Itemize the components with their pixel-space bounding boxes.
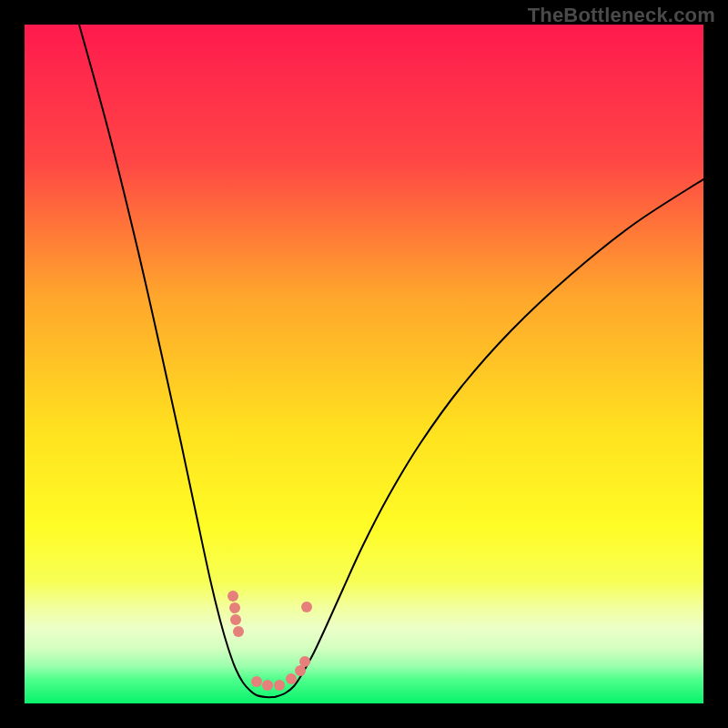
highlight-dot (274, 680, 285, 691)
highlight-dot (286, 673, 297, 684)
highlight-dots (228, 591, 312, 691)
highlight-dot (229, 602, 240, 613)
curve-right-branch (275, 179, 703, 697)
chart-stage: TheBottleneck.com (0, 0, 728, 728)
highlight-dot (233, 626, 244, 637)
highlight-dot (301, 602, 312, 612)
highlight-dot (262, 680, 273, 691)
highlight-dot (299, 656, 310, 667)
curves-layer (25, 25, 703, 703)
highlight-dot (230, 614, 241, 625)
highlight-dot (251, 676, 262, 687)
curve-left-branch (79, 25, 275, 697)
plot-area (25, 25, 703, 703)
highlight-dot (228, 591, 238, 602)
